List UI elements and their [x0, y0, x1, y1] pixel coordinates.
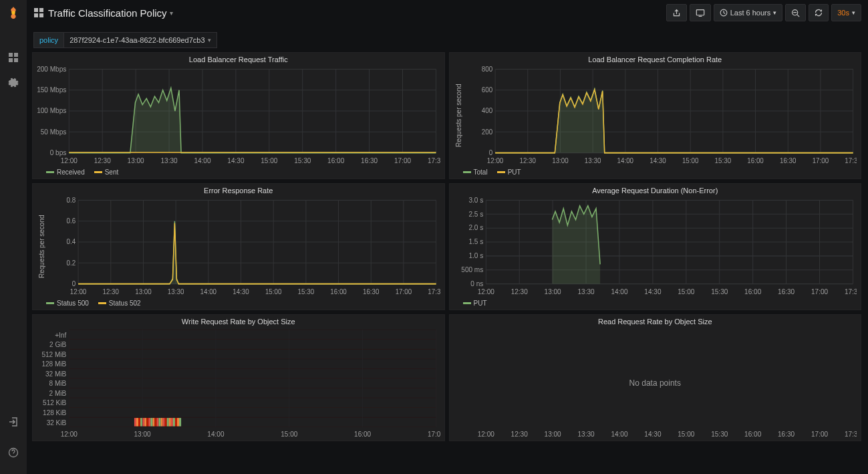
- svg-text:0 ns: 0 ns: [470, 280, 483, 287]
- panel-title: Load Balancer Request Completion Rate: [450, 53, 861, 65]
- svg-rect-195: [179, 418, 181, 427]
- svg-rect-188: [165, 418, 167, 427]
- svg-text:1.0 s: 1.0 s: [468, 252, 483, 259]
- svg-text:200 Mbps: 200 Mbps: [37, 65, 66, 72]
- svg-text:17:00: 17:00: [396, 287, 412, 295]
- legend: Received Sent: [33, 167, 444, 179]
- svg-rect-179: [146, 418, 148, 427]
- svg-text:2 GiB: 2 GiB: [49, 341, 66, 348]
- zoom-out-button[interactable]: [785, 4, 806, 21]
- svg-text:16:30: 16:30: [778, 287, 794, 295]
- legend: Status 500 Status 502: [33, 298, 444, 310]
- legend-item[interactable]: Sent: [94, 168, 119, 176]
- gear-icon[interactable]: [4, 74, 23, 92]
- svg-text:+Inf: +Inf: [55, 332, 66, 339]
- svg-text:50 Mbps: 50 Mbps: [41, 128, 67, 135]
- svg-text:13:00: 13:00: [135, 287, 152, 295]
- svg-text:15:00: 15:00: [281, 431, 298, 438]
- svg-rect-190: [169, 418, 171, 427]
- panel-write-heat[interactable]: Write Request Rate by Object Size 32 KiB…: [32, 314, 445, 441]
- svg-text:0.2: 0.2: [67, 259, 76, 267]
- svg-rect-184: [156, 418, 158, 427]
- svg-text:14:00: 14:00: [194, 156, 210, 164]
- svg-text:15:30: 15:30: [294, 156, 311, 164]
- panel-completion[interactable]: Load Balancer Request Completion Rate Re…: [449, 52, 862, 179]
- svg-text:16:00: 16:00: [747, 156, 764, 164]
- svg-rect-6: [34, 8, 38, 12]
- dashboard-title-dropdown[interactable]: Traffic Classification Policy ▾: [48, 7, 173, 19]
- share-button[interactable]: [666, 4, 687, 21]
- no-data-message: No data points: [454, 327, 857, 439]
- panel-error[interactable]: Error Response Rate Requests per second …: [32, 183, 445, 310]
- legend-item[interactable]: Total: [463, 168, 488, 176]
- svg-rect-161: [69, 378, 436, 388]
- svg-rect-171: [69, 330, 436, 340]
- svg-text:17:00: 17:00: [812, 156, 829, 164]
- panel-grid-icon: [33, 7, 44, 18]
- svg-rect-9: [39, 13, 43, 17]
- dashboards-icon[interactable]: [4, 48, 23, 67]
- svg-rect-157: [69, 398, 436, 408]
- svg-text:2.5 s: 2.5 s: [468, 210, 483, 217]
- svg-text:32 MiB: 32 MiB: [45, 370, 67, 378]
- svg-text:0: 0: [72, 279, 76, 287]
- dashboard-grid: Load Balancer Request Traffic 0 bps50 Mb…: [32, 52, 861, 441]
- chart-write-heat: 32 KiB128 KiB512 KiB2 MiB8 MiB32 MiB128 …: [37, 327, 440, 439]
- svg-rect-174: [136, 418, 138, 427]
- signin-icon[interactable]: [4, 412, 23, 431]
- panel-traffic[interactable]: Load Balancer Request Traffic 0 bps50 Mb…: [32, 52, 445, 179]
- refresh-button[interactable]: [809, 4, 829, 21]
- svg-text:12:00: 12:00: [477, 287, 494, 295]
- svg-rect-181: [150, 418, 152, 427]
- svg-text:16:30: 16:30: [361, 156, 378, 164]
- svg-rect-8: [34, 13, 38, 17]
- template-variables: policy 287f2924-c1e7-43aa-8622-bfc669ed7…: [27, 32, 217, 48]
- legend-item[interactable]: Status 500: [46, 300, 89, 307]
- svg-text:500 ms: 500 ms: [461, 266, 483, 273]
- svg-text:17:30: 17:30: [844, 287, 857, 295]
- svg-text:800: 800: [481, 65, 492, 73]
- y-axis-label: Requests per second: [454, 65, 464, 166]
- svg-text:15:00: 15:00: [265, 287, 282, 295]
- dashboard-title: Traffic Classification Policy: [48, 7, 167, 19]
- refresh-interval-picker[interactable]: 30s ▾: [831, 4, 861, 21]
- variable-value-dropdown[interactable]: 287f2924-c1e7-43aa-8622-bfc669ed7cb3 ▾: [63, 32, 216, 48]
- legend-item[interactable]: PUT: [497, 168, 521, 176]
- svg-text:512 MiB: 512 MiB: [41, 351, 66, 358]
- legend-item[interactable]: Status 502: [98, 300, 141, 307]
- svg-text:200: 200: [481, 128, 492, 136]
- svg-text:17:30: 17:30: [845, 156, 857, 164]
- svg-text:400: 400: [481, 107, 492, 115]
- svg-rect-180: [148, 418, 150, 427]
- legend-item[interactable]: Received: [46, 168, 85, 176]
- sidebar: [0, 0, 27, 474]
- svg-text:17:00: 17:00: [394, 156, 411, 164]
- svg-text:0.4: 0.4: [67, 238, 76, 246]
- svg-text:1.5 s: 1.5 s: [468, 238, 483, 245]
- svg-rect-175: [138, 418, 140, 427]
- grafana-logo[interactable]: [5, 4, 22, 21]
- svg-rect-185: [159, 418, 161, 427]
- svg-rect-167: [69, 349, 436, 359]
- svg-rect-176: [140, 418, 142, 427]
- svg-text:14:30: 14:30: [227, 156, 244, 164]
- svg-text:15:30: 15:30: [714, 156, 731, 164]
- svg-rect-189: [167, 418, 169, 427]
- variable-label: policy: [33, 32, 63, 48]
- svg-rect-191: [171, 418, 173, 427]
- svg-text:14:00: 14:00: [207, 431, 225, 438]
- tv-mode-button[interactable]: [690, 4, 711, 21]
- variable-value: 287f2924-c1e7-43aa-8622-bfc669ed7cb3: [69, 36, 204, 44]
- chart-completion: 020040060080012:0012:3013:0013:3014:0014…: [464, 65, 857, 166]
- legend-item[interactable]: PUT: [463, 300, 487, 307]
- svg-text:16:30: 16:30: [363, 287, 380, 295]
- svg-text:0.6: 0.6: [67, 217, 76, 225]
- svg-rect-177: [142, 418, 144, 427]
- panel-read-heat[interactable]: Read Request Rate by Object Size 12:0012…: [449, 314, 862, 441]
- chart-duration: 0 ns500 ms1.0 s1.5 s2.0 s2.5 s3.0 s12:00…: [454, 196, 857, 297]
- help-icon[interactable]: [4, 443, 23, 462]
- panel-duration[interactable]: Average Request Duration (Non-Error) 0 n…: [449, 183, 862, 310]
- svg-text:15:30: 15:30: [298, 287, 315, 295]
- svg-text:17:30: 17:30: [428, 287, 440, 295]
- time-range-picker[interactable]: Last 6 hours ▾: [714, 4, 783, 21]
